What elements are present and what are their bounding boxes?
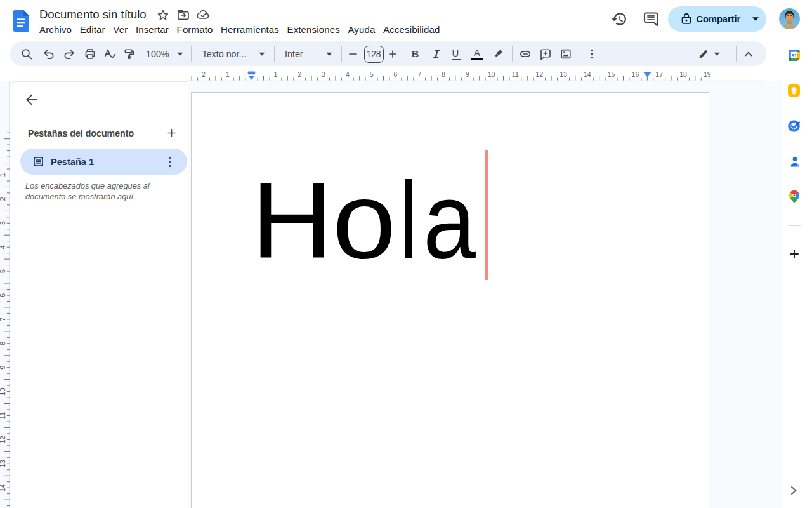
svg-text:3: 3 (322, 70, 325, 78)
svg-text:17: 17 (655, 70, 663, 78)
svg-text:5: 5 (0, 269, 6, 273)
svg-text:12: 12 (0, 436, 6, 443)
svg-text:2: 2 (0, 197, 6, 201)
svg-text:10: 10 (488, 70, 495, 78)
svg-text:16: 16 (632, 70, 639, 78)
svg-text:14: 14 (584, 70, 591, 78)
svg-text:5: 5 (370, 70, 374, 78)
svg-text:2: 2 (298, 70, 301, 78)
svg-text:8: 8 (0, 342, 6, 345)
svg-text:6: 6 (393, 70, 397, 78)
svg-text:7: 7 (417, 70, 421, 78)
svg-text:10: 10 (0, 387, 6, 395)
svg-text:8: 8 (442, 70, 445, 78)
svg-text:7: 7 (0, 318, 6, 321)
svg-text:14: 14 (0, 484, 6, 491)
svg-text:11: 11 (0, 412, 6, 419)
svg-text:13: 13 (0, 460, 6, 467)
svg-text:15: 15 (608, 70, 615, 78)
svg-text:9: 9 (466, 70, 469, 78)
svg-text:19: 19 (704, 70, 711, 78)
svg-text:3: 3 (0, 221, 6, 225)
svg-text:31: 31 (791, 53, 797, 58)
svg-text:6: 6 (0, 293, 6, 297)
svg-text:1: 1 (0, 173, 6, 177)
svg-text:11: 11 (512, 70, 519, 78)
svg-text:4: 4 (0, 245, 6, 249)
svg-text:9: 9 (0, 366, 6, 370)
svg-text:13: 13 (560, 70, 567, 78)
svg-text:12: 12 (535, 70, 543, 78)
svg-text:2: 2 (202, 70, 206, 78)
svg-text:4: 4 (346, 70, 350, 78)
svg-text:1: 1 (273, 70, 277, 78)
svg-text:18: 18 (679, 70, 687, 78)
svg-text:1: 1 (226, 70, 230, 78)
